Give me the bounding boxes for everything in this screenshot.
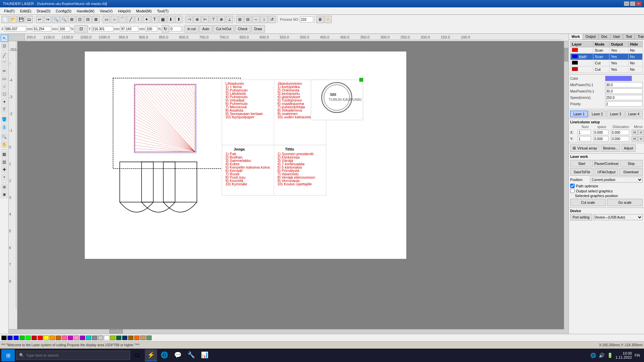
minimize-button[interactable]: —	[624, 1, 629, 6]
w-input[interactable]	[33, 26, 51, 32]
pct1-input[interactable]	[58, 26, 70, 32]
menu-handle[interactable]: Handle(W)	[74, 8, 97, 14]
rotate-btn[interactable]: ↻	[162, 25, 169, 33]
download-button[interactable]: Download	[619, 168, 643, 176]
layer-row-4[interactable]: Cut Yes No	[571, 66, 643, 73]
color-violet[interactable]	[80, 336, 85, 340]
align-right[interactable]: ⊢	[202, 16, 209, 23]
color-purple[interactable]	[68, 336, 73, 340]
volume-icon[interactable]: 🔊	[599, 353, 604, 358]
zoom-real-button[interactable]: ⊟	[84, 16, 92, 23]
eyedrop-tool[interactable]: 💧	[1, 123, 8, 131]
close-button[interactable]: ✕	[636, 1, 641, 6]
device-select[interactable]: Device—(USB:Auto)	[593, 214, 643, 220]
import-button[interactable]: ⬇	[167, 16, 174, 23]
color-navy[interactable]	[122, 336, 127, 340]
laser-button[interactable]: ⚡	[324, 16, 332, 23]
cut-in-out-button[interactable]: Cut In/Out	[213, 25, 234, 33]
save-all-button[interactable]: 🗂	[25, 16, 33, 23]
select-tool[interactable]: ↖	[1, 35, 8, 42]
layer-row-selected[interactable]: BMP Scan Yes No	[571, 54, 643, 60]
menu-help[interactable]: Help(H)	[115, 8, 133, 14]
monitor-button[interactable]: 🖥	[316, 16, 324, 23]
zoom-prev-button[interactable]: ⊠	[92, 16, 100, 23]
max-power-input[interactable]	[605, 88, 643, 94]
bestrew-btn[interactable]: Bestrew...	[601, 144, 620, 152]
port-setting-button[interactable]: Port setting	[570, 214, 592, 221]
fill-tool[interactable]: 🪣	[1, 116, 8, 123]
x-input[interactable]	[4, 26, 26, 32]
star-tool[interactable]: ✦	[143, 16, 150, 23]
taskbar-app-chrome[interactable]: 🌐	[158, 349, 170, 361]
check-button[interactable]: Check	[235, 25, 250, 33]
redo-button[interactable]: ↪	[44, 16, 51, 23]
color-cyan[interactable]	[86, 336, 91, 340]
color-lime[interactable]	[110, 336, 115, 340]
pan-tool[interactable]: ✋	[1, 141, 8, 148]
extra-tool1[interactable]: ⊕	[1, 183, 8, 191]
x-num-input[interactable]	[578, 130, 591, 135]
draw-button[interactable]: Draw	[251, 25, 265, 33]
align-top[interactable]: ⊤	[210, 16, 217, 23]
tab-work[interactable]: Work	[569, 34, 583, 40]
node-tool[interactable]: ⊡	[1, 42, 8, 50]
flip-v-button[interactable]: ↕	[260, 16, 268, 23]
laser3-tab[interactable]: Laser 3	[607, 111, 625, 117]
color-tan[interactable]	[140, 336, 146, 340]
cut-scale-button[interactable]: Cut scale	[570, 199, 606, 206]
curve-tool[interactable]: ⌒	[119, 16, 126, 23]
x-v-btn[interactable]: V	[638, 130, 644, 135]
start-button[interactable]: ⊞	[1, 349, 15, 361]
tab-transform[interactable]: Transform	[635, 34, 644, 40]
align-left[interactable]: ⊣	[185, 16, 193, 23]
color-light-pink[interactable]	[74, 336, 79, 340]
dot-tool[interactable]: •	[1, 174, 8, 181]
color-green[interactable]	[19, 336, 25, 340]
color-deep-orange[interactable]	[134, 336, 140, 340]
y-num-input[interactable]	[578, 136, 591, 141]
system-time[interactable]: 10:00 1.11.2022	[615, 351, 632, 359]
stop-button[interactable]: Stop	[620, 160, 643, 167]
tab-output[interactable]: Output	[583, 34, 599, 40]
color-red[interactable]	[32, 336, 37, 340]
color-gray[interactable]	[92, 336, 97, 340]
color-pink[interactable]	[62, 336, 67, 340]
laser1-tab[interactable]: Laser 1	[570, 111, 588, 117]
x-space-input[interactable]	[593, 130, 608, 135]
network-icon[interactable]: 🌐	[590, 353, 596, 358]
process-no-input[interactable]	[300, 16, 313, 22]
x-h-btn[interactable]: H	[632, 130, 638, 135]
laser4-tab[interactable]: Laser 4	[625, 111, 643, 117]
polygon-tool[interactable]: ⬡	[1, 90, 8, 98]
align-bottom[interactable]: ⊥	[226, 16, 233, 23]
ellipse-draw-tool[interactable]: ○	[1, 83, 8, 90]
pause-button[interactable]: Pause/Continue	[594, 160, 619, 167]
flip-h-button[interactable]: ↔	[252, 16, 260, 23]
tab-user[interactable]: User	[610, 34, 623, 40]
tab-test[interactable]: Test	[623, 34, 635, 40]
menu-draw[interactable]: Draw(D)	[34, 8, 53, 14]
y-input[interactable]	[92, 26, 113, 32]
speed-input[interactable]	[605, 95, 643, 100]
auto-button[interactable]: Auto	[199, 25, 212, 33]
menu-view[interactable]: View(V)	[97, 8, 115, 14]
layer-row[interactable]: Scan Yes No	[571, 47, 643, 54]
group-button[interactable]: ⊞	[236, 16, 244, 23]
tab-doc[interactable]: Doc	[599, 34, 610, 40]
taskbar-app-explorer[interactable]: 🗂	[131, 349, 144, 361]
right-scrollbar[interactable]	[564, 41, 569, 329]
rotate-ccw[interactable]: ↺	[268, 16, 276, 23]
canvas-inner[interactable]: LiNaskunto 1) + llema 2) Puheenuto 3) Lä…	[17, 41, 564, 329]
x-disloc-input[interactable]	[611, 130, 629, 135]
h-input[interactable]	[120, 26, 139, 32]
new-button[interactable]: 📄	[1, 16, 9, 23]
color-white[interactable]	[104, 336, 109, 340]
priority-input[interactable]	[605, 101, 643, 107]
color-bright-red[interactable]	[38, 336, 43, 340]
cross-tool[interactable]: ✚	[1, 166, 8, 173]
pct2-input[interactable]	[146, 26, 157, 32]
battery-icon[interactable]: 🔋	[607, 353, 613, 358]
rect-draw-tool[interactable]: ▭	[1, 75, 8, 82]
color-bright-blue[interactable]	[13, 336, 19, 340]
lang-display[interactable]: FIN	[635, 354, 640, 357]
